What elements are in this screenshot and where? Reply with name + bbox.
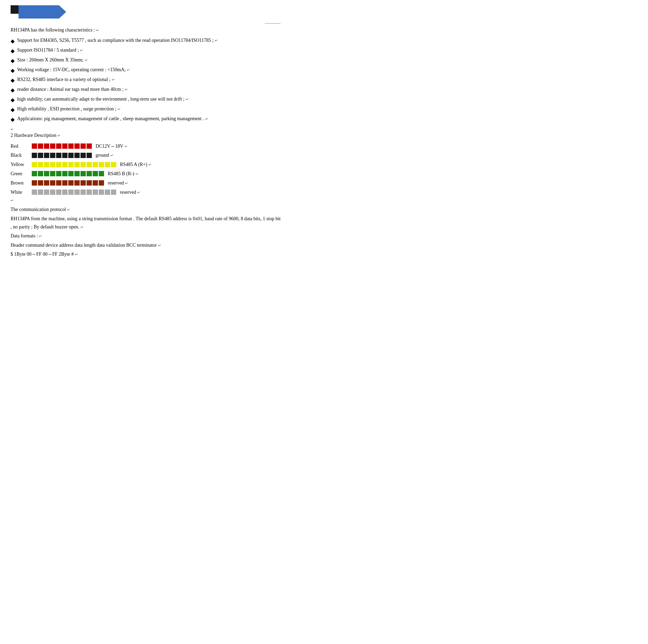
- wire-desc-brown: reserved ↵: [108, 179, 128, 187]
- wire-block: [74, 162, 80, 167]
- wire-block: [50, 162, 55, 167]
- wire-block: [105, 162, 110, 167]
- wire-block: [74, 144, 80, 149]
- data-formats-label: Data formats : ↵: [11, 232, 281, 240]
- bullet-item-2: ◆ Support ISO11784 / 5 standard ; ↵: [11, 46, 281, 55]
- blank-line-2: ↵: [11, 198, 281, 203]
- wire-block: [87, 180, 92, 185]
- wire-block: [80, 162, 86, 167]
- bullet-diamond-3: ◆: [11, 56, 14, 65]
- return-mark-intro: ↵: [96, 28, 99, 32]
- wire-block: [44, 180, 49, 185]
- wire-block: [62, 171, 67, 176]
- bullet-diamond-5: ◆: [11, 76, 14, 85]
- blue-arrow: [18, 5, 66, 18]
- wire-block: [44, 190, 49, 195]
- bullet-text-3: Size : 260mm X 260mm X 35mm; ↵: [17, 56, 281, 64]
- wire-label-green: Green: [11, 170, 32, 178]
- wire-block: [32, 180, 37, 185]
- bullet-diamond-7: ◆: [11, 96, 14, 104]
- wire-block: [68, 171, 73, 176]
- wire-block: [68, 180, 73, 185]
- wire-block: [62, 180, 67, 185]
- wire-block: [93, 190, 98, 195]
- wire-table: Red DC12V～18V ↵ Black: [11, 143, 281, 196]
- wire-block: [38, 180, 43, 185]
- wire-desc-white: reserved ↵: [120, 189, 140, 196]
- wire-block: [74, 171, 80, 176]
- wire-block: [62, 144, 67, 149]
- intro-label: RH134PA has the following characteristic…: [11, 27, 95, 33]
- wire-block: [44, 162, 49, 167]
- wire-blocks-red: [32, 144, 92, 149]
- wire-block: [111, 162, 116, 167]
- wire-block: [99, 190, 104, 195]
- wire-block: [50, 153, 55, 158]
- wire-row-brown: Brown reserved ↵: [11, 179, 281, 187]
- wire-blocks-green: [32, 171, 104, 176]
- data-formats-example: $ 1Byte 00～FF 00～FF 2Byte # ↵: [11, 250, 281, 258]
- bullet-item-8: ◆ High reliability , ESD protection , su…: [11, 105, 281, 114]
- data-formats-body: Header command device address data lengt…: [11, 241, 281, 249]
- wire-block: [68, 153, 73, 158]
- wire-block: [74, 180, 80, 185]
- wire-block: [87, 153, 92, 158]
- wire-block: [74, 190, 80, 195]
- wire-block: [68, 144, 73, 149]
- wire-row-black: Black ground ↵: [11, 151, 281, 159]
- wire-block: [93, 171, 98, 176]
- wire-block: [56, 190, 61, 195]
- wire-block: [99, 180, 104, 185]
- wire-block: [68, 162, 73, 167]
- wire-block: [32, 162, 37, 167]
- wire-block: [62, 153, 67, 158]
- bullet-text-9: Applications: pig management, management…: [17, 115, 281, 122]
- wire-blocks-white: [32, 190, 116, 195]
- section2-title: 2 Hardware Description ↵: [11, 131, 281, 139]
- wire-block: [80, 180, 86, 185]
- wire-label-red: Red: [11, 143, 32, 150]
- divider: [265, 23, 281, 23]
- wire-block: [56, 171, 61, 176]
- bullet-item-7: ◆ high stability, can automatically adap…: [11, 95, 281, 104]
- wire-label-white: White: [11, 189, 32, 196]
- bullet-diamond-4: ◆: [11, 66, 14, 75]
- wire-block: [68, 190, 73, 195]
- wire-block: [50, 190, 55, 195]
- wire-block: [50, 180, 55, 185]
- bullet-diamond-8: ◆: [11, 105, 14, 114]
- wire-block: [62, 190, 67, 195]
- wire-block: [80, 153, 86, 158]
- bullet-text-7: high stability, can automatically adapt …: [17, 95, 281, 103]
- wire-block: [38, 162, 43, 167]
- wire-block: [56, 144, 61, 149]
- wire-block: [87, 171, 92, 176]
- wire-label-brown: Brown: [11, 179, 32, 187]
- bullet-text-2: Support ISO11784 / 5 standard ; ↵: [17, 46, 281, 54]
- wire-block: [50, 144, 55, 149]
- wire-block: [56, 180, 61, 185]
- wire-desc-yellow: RS485 A (R+) ↵: [120, 161, 152, 168]
- wire-desc-green: RS485 B (R-) ↵: [108, 170, 139, 178]
- bullet-text-8: High reliability , ESD protection , surg…: [17, 105, 281, 113]
- black-square: [11, 5, 19, 14]
- intro-text: RH134PA has the following characteristic…: [11, 26, 281, 34]
- bullet-item-5: ◆ RS232, RS485 interface to a variety of…: [11, 76, 281, 85]
- wire-block: [32, 171, 37, 176]
- wire-block: [87, 144, 92, 149]
- wire-block: [38, 171, 43, 176]
- bullet-diamond-6: ◆: [11, 86, 14, 94]
- wire-block: [38, 144, 43, 149]
- wire-block: [87, 162, 92, 167]
- wire-block: [32, 190, 37, 195]
- blank-line-1: ↵: [11, 126, 281, 131]
- wire-row-yellow: Yellow RS485 A (R+) ↵: [11, 161, 281, 168]
- bullet-item-1: ◆ Support for EM4305, S256, T5577 , such…: [11, 37, 281, 45]
- bullet-text-1: Support for EM4305, S256, T5577 , such a…: [17, 37, 281, 44]
- wire-block: [111, 190, 116, 195]
- bullet-diamond-9: ◆: [11, 115, 14, 124]
- wire-row-white: White reserved ↵: [11, 189, 281, 196]
- bullet-item-4: ◆ Working voltage : 15V-DC, operating cu…: [11, 66, 281, 75]
- bullet-item-6: ◆ reader distance : Animal ear tags read…: [11, 86, 281, 94]
- wire-block: [99, 171, 104, 176]
